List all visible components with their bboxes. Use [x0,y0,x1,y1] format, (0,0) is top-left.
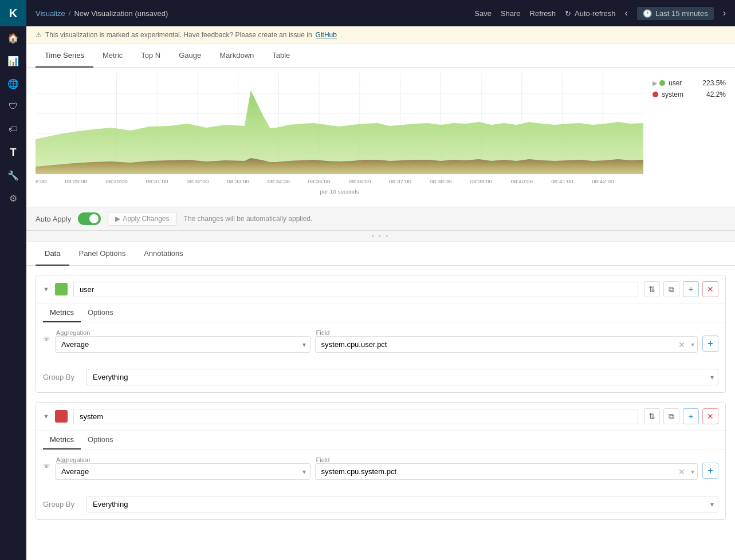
series-system-metric-row: 👁 Aggregation Average Sum Min Max [43,456,718,480]
svg-text:08:36:00: 08:36:00 [349,178,371,184]
series-system-add-button[interactable]: + [683,408,699,424]
series-system-group-by-wrap: Everything Terms Filters [87,496,718,512]
editor-tabs: Data Panel Options Annotations [26,242,735,266]
tab-data[interactable]: Data [36,242,69,266]
visibility-icon[interactable]: 👁 [43,329,50,344]
drag-handle[interactable]: • • • [26,231,735,242]
save-button[interactable]: Save [474,9,492,18]
series-system-aggregation-select[interactable]: Average Sum Min Max Count [55,463,310,480]
nav-next-button[interactable]: › [723,9,726,18]
series-system-inner-tabs: Metrics Options [36,431,725,449]
series-user-aggregation-select[interactable]: Average Sum Min Max Count [55,336,310,353]
sidebar-item-shield[interactable]: 🛡 [0,95,26,118]
series-user-group-by-select[interactable]: Everything Terms Filters [87,369,718,385]
apply-changes-label: Apply Changes [123,215,169,223]
series-user-name-input[interactable] [73,282,638,297]
content-area: ⚠ This visualization is marked as experi… [26,26,735,560]
series-system-expand-icon[interactable]: ▼ [43,413,49,420]
auto-refresh-button[interactable]: ↻ Auto-refresh [565,9,615,18]
sidebar-item-timelion[interactable]: T [0,141,26,164]
sidebar-item-dev-tools[interactable]: 🔧 [0,164,26,187]
sidebar: K 🏠 📊 🌐 🛡 🏷 T 🔧 ⚙ [0,0,26,560]
svg-text:per 10 seconds: per 10 seconds [320,188,359,194]
series-user-add-button[interactable]: + [683,281,699,297]
legend-item-user[interactable]: ▶ user 223.5% [653,79,726,87]
field-dropdown-icon[interactable]: ▾ [691,341,694,349]
time-range-label: Last 15 minutes [655,9,708,18]
field-dropdown-icon-system[interactable]: ▾ [691,468,694,476]
chart-main: 0% 100% 200% 300% 400% 500% [36,73,643,201]
series-system-name-input[interactable] [73,409,638,424]
svg-text:08:40:00: 08:40:00 [510,178,533,184]
series-user-agg-select-wrap: Average Sum Min Max Count [55,336,310,353]
sidebar-item-home[interactable]: 🏠 [0,26,26,49]
series-system-sort-button[interactable]: ⇅ [644,408,660,424]
legend-expand-icon: ▶ [653,80,657,87]
auto-refresh-label: Auto-refresh [575,9,616,18]
series-system-color[interactable] [55,410,68,423]
topbar-actions: Save Share Refresh ↻ Auto-refresh ‹ 🕐 La… [474,7,726,20]
series-user-tab-metrics[interactable]: Metrics [43,303,81,322]
series-user-color[interactable] [55,283,68,295]
svg-text:08:38:00: 08:38:00 [430,178,452,184]
tab-metric[interactable]: Metric [93,44,132,68]
series-system-tab-options[interactable]: Options [81,431,120,449]
breadcrumb: Visualize / New Visualization (unsaved) [36,9,470,18]
series-user-metrics: 👁 Aggregation Average Sum Min Max [36,322,725,364]
group-by-label-system: Group By [43,500,80,508]
series-system-group-by-select[interactable]: Everything Terms Filters [87,496,718,512]
share-button[interactable]: Share [501,9,521,18]
series-user-delete-button[interactable]: ✕ [702,281,718,297]
refresh-button[interactable]: Refresh [530,9,556,18]
series-system-field-input[interactable] [315,463,698,480]
series-system-field-wrap: ✕ ▾ [315,463,698,480]
sidebar-item-discover[interactable]: 🌐 [0,72,26,95]
add-metric-button-system[interactable]: + [702,463,718,479]
viz-tabs: Time Series Metric Top N Gauge Markdown … [26,44,735,68]
topbar: Visualize / New Visualization (unsaved) … [26,0,735,26]
svg-text:08:30:00: 08:30:00 [105,178,128,184]
series-system-delete-button[interactable]: ✕ [702,408,718,424]
app-logo[interactable]: K [0,0,26,26]
time-range-picker[interactable]: 🕐 Last 15 minutes [637,7,714,20]
refresh-icon: ↻ [565,9,571,18]
tab-annotations[interactable]: Annotations [135,242,192,266]
warning-text: This visualization is marked as experime… [45,31,312,39]
tab-time-series[interactable]: Time Series [36,44,93,68]
page-title: New Visualization (unsaved) [74,9,168,18]
tab-gauge[interactable]: Gauge [170,44,210,68]
legend-item-system[interactable]: system 42.2% [653,90,726,98]
svg-text:08:42:00: 08:42:00 [592,178,614,184]
aggregation-label-system: Aggregation [55,456,310,463]
tab-panel-options[interactable]: Panel Options [69,242,135,266]
field-clear-icon-system[interactable]: ✕ [678,467,685,476]
series-user-inner-tabs: Metrics Options [36,303,725,322]
series-system-copy-button[interactable]: ⧉ [663,408,679,424]
series-user-tab-options[interactable]: Options [81,303,120,322]
sidebar-item-visualize[interactable]: 📊 [0,49,26,72]
tab-top-n[interactable]: Top N [132,44,170,68]
tab-table[interactable]: Table [263,44,299,68]
series-user-sort-button[interactable]: ⇅ [644,281,660,297]
add-metric-button[interactable]: + [702,336,718,352]
series-system-group-by-row: Group By Everything Terms Filters [36,491,725,519]
auto-apply-toggle[interactable] [78,212,101,225]
clock-icon: 🕐 [643,9,652,18]
apply-changes-button[interactable]: ▶ Apply Changes [108,212,176,226]
series-user-metric-row: 👁 Aggregation Average Sum Min Max [43,329,718,353]
field-clear-icon[interactable]: ✕ [678,340,685,349]
nav-prev-button[interactable]: ‹ [625,9,628,18]
sidebar-item-settings[interactable]: ⚙ [0,187,26,210]
series-user-expand-icon[interactable]: ▼ [43,286,49,293]
visualize-link[interactable]: Visualize [36,9,65,18]
series-user-field-input[interactable] [315,336,698,353]
visibility-icon-system[interactable]: 👁 [43,456,50,471]
warning-icon: ⚠ [36,31,42,39]
play-icon: ▶ [115,215,120,223]
github-link[interactable]: GitHub [316,31,337,39]
svg-text:08:35:00: 08:35:00 [308,178,331,184]
series-user-copy-button[interactable]: ⧉ [663,281,679,297]
sidebar-item-tag[interactable]: 🏷 [0,118,26,141]
series-system-tab-metrics[interactable]: Metrics [43,431,81,449]
tab-markdown[interactable]: Markdown [210,44,263,68]
